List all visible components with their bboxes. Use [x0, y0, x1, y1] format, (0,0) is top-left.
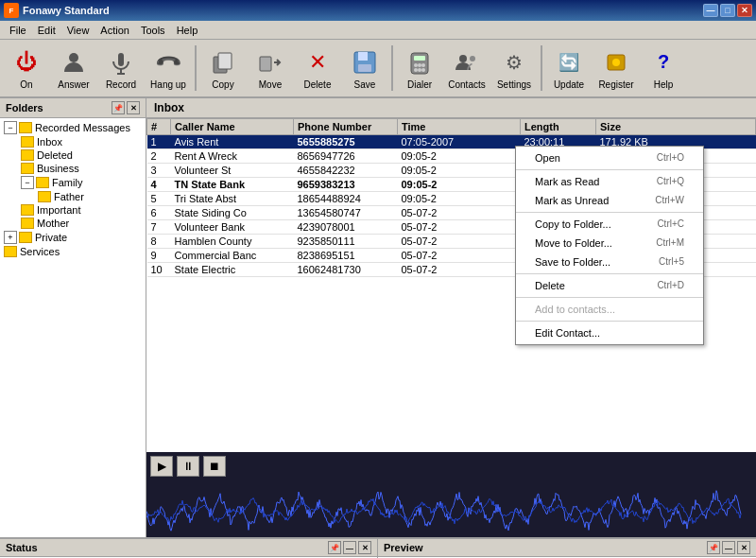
- ctx-mark-read[interactable]: Mark as Read Ctrl+Q: [516, 172, 703, 191]
- delete-icon: ✕: [302, 47, 333, 78]
- status-minimize-btn[interactable]: —: [343, 541, 356, 554]
- btn-contacts[interactable]: Contacts: [444, 42, 490, 95]
- tree-item-important[interactable]: Important: [0, 203, 146, 217]
- answer-icon: [59, 47, 89, 78]
- ctx-sep-2: [516, 212, 703, 213]
- dialer-label: Dialer: [407, 79, 432, 90]
- help-label: Help: [654, 79, 674, 90]
- btn-on[interactable]: ⏻ On: [4, 42, 49, 95]
- ctx-open[interactable]: Open Ctrl+O: [516, 148, 703, 167]
- ctx-copy-folder[interactable]: Copy to Folder... Ctrl+C: [516, 215, 703, 234]
- inbox-area: Inbox # Caller Name Phone Number Time Le…: [146, 98, 756, 537]
- expand-private[interactable]: +: [4, 231, 17, 244]
- btn-register[interactable]: Register: [593, 42, 639, 95]
- ctx-delete-label: Delete: [535, 280, 565, 291]
- tree-item-private[interactable]: + Private: [0, 230, 146, 245]
- app-icon: F: [4, 3, 19, 18]
- move-label: Move: [259, 79, 282, 90]
- btn-update[interactable]: 🔄 Update: [546, 42, 592, 95]
- ctx-sep-3: [516, 273, 703, 274]
- close-button[interactable]: ✕: [737, 4, 752, 17]
- label-father: Father: [54, 191, 84, 202]
- btn-copy[interactable]: Copy: [200, 42, 246, 95]
- ctx-save-folder-shortcut: Ctrl+5: [659, 256, 684, 268]
- answer-label: Answer: [58, 79, 89, 90]
- preview-panel-controls: 📌 — ✕: [707, 541, 750, 554]
- preview-panel-header: Preview 📌 — ✕: [378, 539, 756, 557]
- menu-tools[interactable]: Tools: [135, 23, 171, 38]
- folder-icon-private: [19, 232, 32, 243]
- folders-pin-btn[interactable]: 📌: [112, 101, 125, 114]
- tree-item-recorded[interactable]: − Recorded Messages: [0, 120, 146, 135]
- tree-item-deleted[interactable]: Deleted: [0, 148, 146, 162]
- btn-dialer[interactable]: Dialer: [397, 42, 442, 95]
- btn-settings[interactable]: ⚙ Settings: [491, 42, 537, 95]
- col-num[interactable]: #: [147, 119, 171, 135]
- btn-help[interactable]: ? Help: [641, 42, 686, 95]
- ctx-mark-read-shortcut: Ctrl+Q: [657, 176, 684, 187]
- pause-button[interactable]: ⏸: [177, 456, 199, 477]
- menu-help[interactable]: Help: [171, 23, 204, 38]
- main-area: Folders 📌 ✕ − Recorded Messages Inbox De…: [0, 98, 756, 537]
- label-mother: Mother: [37, 218, 69, 229]
- expand-recorded[interactable]: −: [4, 121, 17, 134]
- col-time[interactable]: Time: [398, 119, 521, 135]
- ctx-mark-unread[interactable]: Mark as Unread Ctrl+W: [516, 191, 703, 210]
- ctx-delete-shortcut: Ctrl+D: [657, 280, 684, 291]
- folder-icon-services: [4, 246, 17, 257]
- col-size[interactable]: Size: [596, 119, 756, 135]
- folder-icon-father: [38, 191, 51, 202]
- btn-hangup[interactable]: 📞 Hang up: [146, 42, 191, 95]
- preview-close-btn[interactable]: ✕: [737, 541, 750, 554]
- preview-minimize-btn[interactable]: —: [722, 541, 735, 554]
- status-pin-btn[interactable]: 📌: [328, 541, 341, 554]
- ctx-delete[interactable]: Delete Ctrl+D: [516, 276, 703, 295]
- tree-item-services[interactable]: Services: [0, 245, 146, 258]
- expand-family[interactable]: −: [21, 176, 34, 189]
- col-phone[interactable]: Phone Number: [294, 119, 398, 135]
- folders-close-btn[interactable]: ✕: [127, 101, 140, 114]
- help-icon: ?: [648, 47, 679, 78]
- play-button[interactable]: ▶: [150, 456, 173, 477]
- ctx-sep-4: [516, 297, 703, 298]
- menu-edit[interactable]: Edit: [32, 23, 61, 38]
- folders-tree: − Recorded Messages Inbox Deleted Busine…: [0, 118, 146, 537]
- col-length[interactable]: Length: [521, 119, 596, 135]
- menu-action[interactable]: Action: [94, 23, 135, 38]
- btn-move[interactable]: Move: [248, 42, 293, 95]
- svg-point-12: [414, 63, 418, 67]
- folders-title: Folders: [6, 102, 43, 113]
- tree-item-mother[interactable]: Mother: [0, 217, 146, 230]
- tree-item-business[interactable]: Business: [0, 162, 146, 175]
- tree-item-father[interactable]: Father: [0, 190, 146, 203]
- titlebar: F Fonawy Standard — □ ✕: [0, 0, 756, 21]
- ctx-sep-5: [516, 321, 703, 322]
- btn-record[interactable]: Record: [98, 42, 144, 95]
- app-title: Fonawy Standard: [23, 5, 703, 16]
- status-panel: Status 📌 — ✕ TickCount: 18927Line:'Smart…: [0, 539, 378, 558]
- btn-save[interactable]: Save: [342, 42, 387, 95]
- col-caller[interactable]: Caller Name: [171, 119, 294, 135]
- menu-view[interactable]: View: [61, 23, 95, 38]
- label-deleted: Deleted: [37, 149, 73, 161]
- svg-rect-5: [218, 53, 232, 69]
- status-close-btn[interactable]: ✕: [358, 541, 371, 554]
- minimize-button[interactable]: —: [703, 4, 718, 17]
- menu-file[interactable]: File: [4, 23, 32, 38]
- ctx-edit-contact[interactable]: Edit Contact...: [516, 323, 703, 342]
- window-controls: — □ ✕: [703, 4, 752, 17]
- folder-icon-important: [21, 204, 34, 216]
- ctx-save-folder[interactable]: Save to Folder... Ctrl+5: [516, 253, 703, 271]
- stop-button[interactable]: ⏹: [203, 456, 226, 477]
- svg-point-14: [421, 63, 425, 67]
- folder-icon-business: [21, 163, 34, 174]
- ctx-move-folder[interactable]: Move to Folder... Ctrl+M: [516, 234, 703, 253]
- tree-item-family[interactable]: − Family: [0, 175, 146, 190]
- save-label: Save: [354, 79, 376, 90]
- tree-item-inbox[interactable]: Inbox: [0, 135, 146, 148]
- maximize-button[interactable]: □: [720, 4, 735, 17]
- preview-pin-btn[interactable]: 📌: [707, 541, 720, 554]
- update-label: Update: [554, 79, 584, 90]
- btn-delete[interactable]: ✕ Delete: [295, 42, 340, 95]
- btn-answer[interactable]: Answer: [51, 42, 96, 95]
